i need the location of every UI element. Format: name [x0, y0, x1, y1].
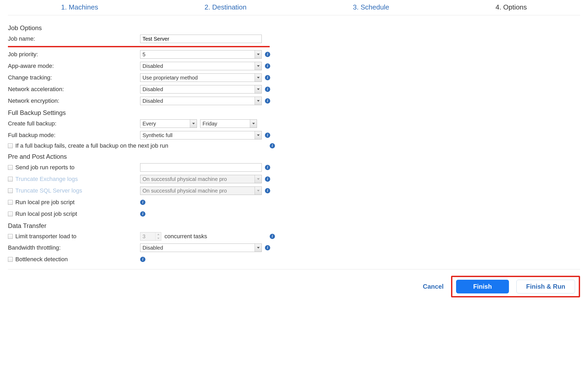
info-icon[interactable] — [140, 257, 145, 262]
fail-retry-checkbox[interactable] — [8, 143, 13, 148]
job-priority-select[interactable]: 5 — [140, 50, 262, 59]
chevron-down-icon — [190, 120, 197, 128]
net-accel-value: Disabled — [140, 85, 255, 93]
info-icon[interactable] — [140, 211, 145, 217]
net-enc-select[interactable]: Disabled — [140, 97, 262, 105]
chevron-down-icon — [255, 131, 261, 139]
net-enc-label: Network encryption: — [8, 97, 140, 104]
full-backup-day-value: Friday — [200, 120, 250, 128]
chevron-down-icon — [255, 187, 261, 195]
chevron-down-icon — [255, 50, 261, 58]
limit-transporter-checkbox[interactable] — [8, 234, 13, 239]
truncate-sql-label: Truncate SQL Server logs — [15, 187, 82, 194]
info-icon[interactable] — [265, 188, 270, 193]
full-backup-mode-select[interactable]: Synthetic full — [140, 131, 262, 139]
change-tracking-label: Change tracking: — [8, 74, 140, 81]
info-icon[interactable] — [265, 133, 270, 138]
chevron-down-icon — [250, 120, 257, 128]
truncate-sql-checkbox[interactable] — [8, 188, 13, 193]
info-icon[interactable] — [270, 143, 275, 148]
chevron-down-icon — [255, 175, 261, 183]
finish-run-button[interactable]: Finish & Run — [516, 280, 575, 293]
post-script-label: Run local post job script — [15, 211, 77, 217]
section-pre-post: Pre and Post Actions — [8, 153, 362, 160]
finish-button[interactable]: Finish — [456, 280, 509, 293]
chevron-down-icon — [255, 74, 261, 82]
bottleneck-label: Bottleneck detection — [15, 256, 68, 263]
limit-transporter-suffix: concurrent tasks — [164, 233, 207, 240]
info-icon[interactable] — [140, 200, 145, 205]
limit-transporter-label: Limit transporter load to — [15, 233, 76, 240]
info-icon[interactable] — [270, 234, 275, 239]
info-icon[interactable] — [265, 98, 270, 104]
send-reports-checkbox[interactable] — [8, 165, 13, 170]
info-icon[interactable] — [265, 75, 270, 80]
truncate-sql-value: On successful physical machine pro — [140, 187, 255, 195]
fail-retry-label: If a full backup fails, create a full ba… — [15, 142, 168, 149]
full-backup-day-select[interactable]: Friday — [200, 119, 257, 128]
info-icon[interactable] — [265, 165, 270, 170]
spinner-up-icon — [155, 232, 161, 236]
create-full-backup-label: Create full backup: — [8, 120, 140, 127]
app-aware-label: App-aware mode: — [8, 63, 140, 69]
section-full-backup: Full Backup Settings — [8, 109, 362, 116]
chevron-down-icon — [255, 85, 261, 93]
spinner-down-icon — [155, 236, 161, 240]
change-tracking-select[interactable]: Use proprietary method — [140, 73, 262, 82]
cancel-button[interactable]: Cancel — [423, 283, 444, 290]
limit-transporter-value: 3 — [140, 232, 155, 240]
truncate-exchange-label: Truncate Exchange logs — [15, 176, 78, 183]
change-tracking-value: Use proprietary method — [140, 74, 255, 82]
bandwidth-label: Bandwidth throttling: — [8, 244, 140, 251]
step-machines[interactable]: 1. Machines — [61, 3, 98, 11]
full-backup-mode-value: Synthetic full — [140, 131, 255, 139]
bandwidth-value: Disabled — [140, 244, 255, 252]
net-accel-label: Network acceleration: — [8, 86, 140, 93]
info-icon[interactable] — [265, 87, 270, 92]
truncate-exchange-checkbox[interactable] — [8, 177, 13, 181]
chevron-down-icon — [255, 244, 261, 252]
job-priority-label: Job priority: — [8, 51, 140, 58]
pre-script-checkbox[interactable] — [8, 200, 13, 205]
step-schedule[interactable]: 3. Schedule — [353, 3, 389, 11]
info-icon[interactable] — [265, 176, 270, 182]
net-enc-value: Disabled — [140, 97, 255, 105]
finish-buttons-highlight: Finish Finish & Run — [451, 276, 580, 297]
bottleneck-checkbox[interactable] — [8, 257, 13, 262]
pre-script-label: Run local pre job script — [15, 199, 75, 206]
footer: Cancel Finish Finish & Run — [0, 269, 588, 304]
truncate-sql-select: On successful physical machine pro — [140, 186, 262, 195]
step-options[interactable]: 4. Options — [495, 3, 527, 11]
step-destination[interactable]: 2. Destination — [205, 3, 247, 11]
truncate-exchange-select: On successful physical machine pro — [140, 175, 262, 183]
info-icon[interactable] — [265, 63, 270, 69]
full-backup-mode-label: Full backup mode: — [8, 132, 140, 139]
job-priority-value: 5 — [140, 50, 255, 58]
post-script-checkbox[interactable] — [8, 212, 13, 216]
chevron-down-icon — [255, 62, 261, 70]
wizard-steps: 1. Machines 2. Destination 3. Schedule 4… — [8, 0, 580, 15]
job-name-input[interactable] — [140, 35, 262, 43]
options-form: Job Options Job name: Job priority: 5 Ap… — [0, 15, 370, 264]
app-aware-value: Disabled — [140, 62, 255, 70]
limit-transporter-spinner[interactable]: 3 — [140, 232, 161, 241]
full-backup-freq-value: Every — [140, 120, 190, 128]
truncate-exchange-value: On successful physical machine pro — [140, 175, 255, 183]
section-data-transfer: Data Transfer — [8, 222, 362, 230]
highlight-line — [8, 46, 270, 47]
info-icon[interactable] — [265, 52, 270, 57]
job-name-label: Job name: — [8, 35, 140, 42]
net-accel-select[interactable]: Disabled — [140, 85, 262, 94]
info-icon[interactable] — [265, 245, 270, 250]
app-aware-select[interactable]: Disabled — [140, 62, 262, 70]
chevron-down-icon — [255, 97, 261, 105]
send-reports-input[interactable] — [140, 163, 262, 172]
bandwidth-select[interactable]: Disabled — [140, 244, 262, 252]
full-backup-freq-select[interactable]: Every — [140, 119, 197, 128]
send-reports-label: Send job run reports to — [15, 164, 75, 171]
section-job-options: Job Options — [8, 24, 362, 32]
